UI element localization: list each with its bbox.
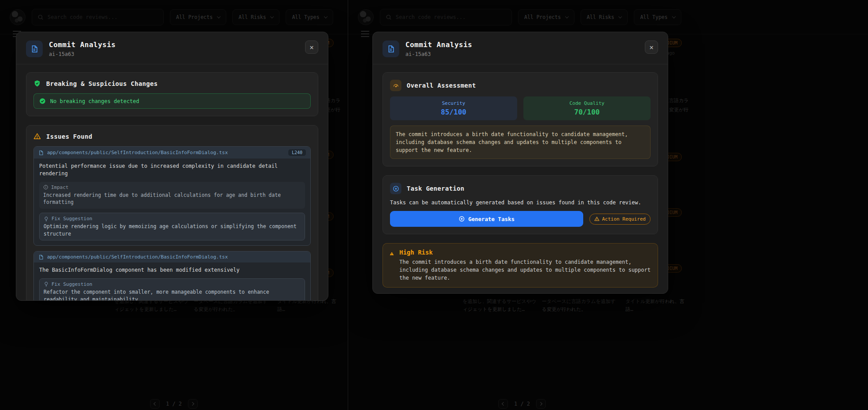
issue-card: app/components/public/SelfIntroduction/B… bbox=[33, 146, 311, 246]
fix-suggestion-box: Fix Suggestion Refactor the component in… bbox=[39, 278, 305, 300]
modal-title: Commit Analysis bbox=[49, 41, 116, 49]
commit-id: ai-15a63 bbox=[405, 51, 472, 57]
modal-header: Commit Analysis ai-15a63 × bbox=[16, 32, 328, 64]
risk-level: High Risk bbox=[399, 249, 651, 256]
action-required-badge: Action Required bbox=[589, 214, 651, 225]
commit-analysis-modal: Commit Analysis ai-15a63 × Breaking & Su… bbox=[16, 32, 328, 301]
breaking-changes-section: Breaking & Suspicious Changes No breakin… bbox=[26, 72, 318, 116]
generate-tasks-button[interactable]: Generate Tasks bbox=[390, 211, 583, 227]
file-path: app/components/public/SelfIntroduction/B… bbox=[47, 150, 285, 155]
app-panel-left: All Projects All Risks All Types MEDIUM … bbox=[0, 0, 348, 410]
file-path: app/components/public/SelfIntroduction/B… bbox=[47, 254, 306, 260]
fix-suggestion-box: Fix Suggestion Optimize rendering logic … bbox=[39, 213, 305, 240]
warning-icon bbox=[594, 216, 600, 222]
shield-check-icon bbox=[33, 80, 41, 87]
section-title: Overall Assessment bbox=[407, 82, 476, 89]
security-label: Security bbox=[394, 100, 513, 106]
modal-header: Commit Analysis ai-15a63 × bbox=[373, 32, 668, 64]
issue-description: Potential performance issue due to incre… bbox=[39, 163, 305, 178]
close-icon: × bbox=[649, 43, 654, 52]
commit-analysis-modal: Commit Analysis ai-15a63 × Overall Asses… bbox=[372, 32, 668, 294]
security-score: 85/100 bbox=[394, 108, 513, 116]
modal-body: Overall Assessment Security 85/100 Code … bbox=[373, 64, 668, 293]
plus-circle-icon bbox=[459, 216, 465, 222]
issue-file-header: app/components/public/SelfIntroduction/B… bbox=[34, 251, 310, 262]
impact-box: Impact Increased rendering time due to a… bbox=[39, 182, 305, 209]
close-button[interactable]: × bbox=[645, 41, 658, 54]
action-required-label: Action Required bbox=[602, 216, 646, 222]
plus-circle-icon bbox=[390, 183, 401, 194]
code-quality-score-tile: Code Quality 70/100 bbox=[523, 96, 651, 120]
issue-file-header: app/components/public/SelfIntroduction/B… bbox=[34, 147, 310, 159]
no-breaking-banner: No breaking changes detected bbox=[33, 93, 311, 109]
close-icon: × bbox=[309, 43, 314, 52]
fix-label: Fix Suggestion bbox=[51, 281, 92, 287]
document-icon bbox=[26, 41, 43, 57]
task-generation-section: Task Generation Tasks can be automatical… bbox=[383, 175, 658, 234]
gauge-icon bbox=[390, 80, 401, 91]
split-screenshot: All Projects All Risks All Types MEDIUM … bbox=[0, 0, 868, 410]
warning-icon bbox=[33, 133, 41, 140]
code-quality-label: Code Quality bbox=[528, 100, 646, 106]
section-title: Breaking & Suspicious Changes bbox=[46, 80, 158, 87]
impact-label: Impact bbox=[51, 185, 69, 190]
lightbulb-icon bbox=[44, 281, 49, 287]
security-score-tile: Security 85/100 bbox=[390, 96, 517, 120]
check-circle-icon bbox=[39, 98, 46, 104]
file-icon bbox=[38, 150, 44, 155]
fix-text: Optimize rendering logic by memoizing ag… bbox=[44, 223, 301, 237]
section-title: Task Generation bbox=[407, 185, 464, 192]
impact-text: Increased rendering time due to addition… bbox=[43, 192, 301, 206]
app-panel-right: All Projects All Risks All Types MEDIUM … bbox=[348, 0, 868, 410]
info-icon bbox=[43, 185, 48, 190]
high-risk-box: High Risk The commit introduces a birth … bbox=[383, 243, 658, 288]
fix-text: Refactor the component into smaller, mor… bbox=[44, 288, 301, 300]
modal-title: Commit Analysis bbox=[405, 41, 472, 49]
lightbulb-icon bbox=[44, 216, 49, 222]
section-title: Issues Found bbox=[46, 133, 92, 140]
issue-description: The BasicInfoFormDialog component has be… bbox=[39, 266, 305, 274]
commit-id: ai-15a63 bbox=[49, 51, 116, 57]
document-icon bbox=[383, 41, 399, 57]
file-icon bbox=[38, 255, 44, 260]
task-generation-description: Tasks can be automatically generated bas… bbox=[390, 199, 651, 206]
code-quality-score: 70/100 bbox=[528, 108, 646, 116]
banner-text: No breaking changes detected bbox=[50, 98, 139, 104]
risk-description: The commit introduces a birth date funct… bbox=[399, 258, 651, 282]
generate-tasks-label: Generate Tasks bbox=[468, 216, 515, 222]
warning-icon bbox=[390, 249, 394, 259]
modal-body: Breaking & Suspicious Changes No breakin… bbox=[16, 64, 328, 300]
issue-card: app/components/public/SelfIntroduction/B… bbox=[33, 251, 311, 300]
close-button[interactable]: × bbox=[305, 41, 318, 54]
issues-found-section: Issues Found app/components/public/SelfI… bbox=[26, 125, 318, 300]
line-badge: L240 bbox=[288, 149, 306, 156]
overall-assessment-section: Overall Assessment Security 85/100 Code … bbox=[383, 72, 658, 166]
fix-label: Fix Suggestion bbox=[51, 216, 92, 222]
assessment-summary: The commit introduces a birth date funct… bbox=[390, 126, 651, 159]
